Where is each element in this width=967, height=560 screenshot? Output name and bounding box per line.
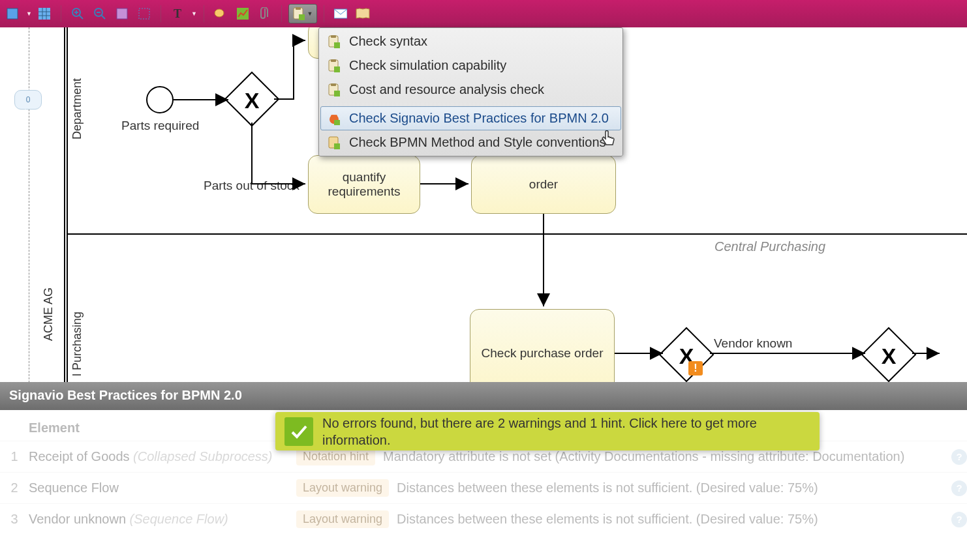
task-quantify-requirements[interactable]: quantify requirements (308, 155, 420, 214)
zoom-in-icon[interactable] (68, 4, 87, 23)
tool-align[interactable] (3, 4, 22, 23)
chart-icon[interactable] (233, 4, 253, 23)
pool-label: ACME AG (42, 275, 55, 353)
help-icon[interactable]: ? (951, 449, 967, 465)
row-message: Distances between these elements is not … (397, 480, 945, 495)
gateway-x-icon: X (882, 344, 897, 369)
book-icon (327, 136, 341, 150)
tag-notation-hint: Notation hint (296, 448, 375, 465)
lane-divider (67, 233, 967, 235)
svg-rect-1 (38, 8, 50, 20)
row-element: Vendor unknown (Sequence Flow) (29, 512, 296, 527)
tool-grid[interactable] (35, 4, 54, 23)
help-icon[interactable]: ? (951, 512, 967, 527)
lane2-label: l Purchasing (70, 301, 84, 382)
chevron-down-icon: ▼ (26, 10, 32, 17)
svg-rect-31 (334, 91, 340, 96)
menu-cost-resource[interactable]: Cost and resource analysis check (320, 78, 621, 102)
comment-icon[interactable] (211, 4, 230, 23)
checklist-dropdown[interactable]: ▼ (288, 4, 317, 23)
zoom-out-icon[interactable] (90, 4, 110, 23)
svg-point-33 (331, 115, 333, 117)
svg-rect-14 (296, 7, 301, 10)
warning-badge[interactable]: ! (688, 361, 703, 376)
clipboard-icon (327, 35, 341, 49)
row-message: Mandatory attribute is not set (Activity… (383, 449, 945, 464)
clipboard-icon (327, 59, 341, 73)
svg-rect-0 (7, 8, 18, 19)
svg-rect-30 (331, 83, 336, 86)
row-element: Receipt of Goods (Collapsed Subprocess) (29, 449, 296, 464)
row-number: 2 (0, 480, 29, 495)
menu-check-simulation[interactable]: Check simulation capability (320, 53, 621, 78)
chevron-down-icon: ▼ (191, 10, 197, 17)
mail-icon[interactable] (331, 4, 350, 23)
edge-label-vendor-known: Vendor known (714, 336, 792, 351)
svg-rect-25 (334, 42, 340, 48)
edge-label-out-of-stock: Parts out of stock (204, 179, 299, 193)
cursor-pointer-icon (600, 130, 616, 151)
svg-point-34 (335, 115, 337, 117)
row-number: 1 (0, 449, 29, 464)
svg-point-11 (215, 9, 224, 17)
svg-rect-35 (334, 120, 340, 125)
row-message: Distances between these elements is not … (397, 512, 945, 527)
clipboard-icon (327, 83, 341, 97)
gateway-x-icon: X (245, 88, 260, 113)
chevron-down-icon: ▼ (307, 10, 313, 17)
menu-divider (320, 104, 621, 104)
zoom-fit-icon[interactable] (112, 4, 132, 23)
svg-rect-37 (334, 143, 340, 149)
toolbar: ▼ T ▼ ▼ (0, 0, 967, 27)
start-event[interactable] (146, 86, 174, 113)
lane2-title: Central Purchasing (714, 239, 825, 254)
lane1-label: Department (70, 66, 84, 151)
menu-bpmn-method-style[interactable]: Check BPMN Method and Style conventions (320, 130, 621, 155)
separator (161, 5, 161, 22)
result-row[interactable]: 2 Sequence Flow Layout warning Distances… (0, 472, 967, 503)
svg-line-7 (101, 15, 105, 19)
attachment-icon[interactable] (255, 4, 275, 23)
separator (204, 5, 204, 22)
check-icon (284, 417, 313, 446)
notification-toast[interactable]: No errors found, but there are 2 warning… (275, 412, 820, 450)
menu-signavio-best-practices[interactable]: Check Signavio Best Practices for BPMN 2… (320, 106, 621, 130)
result-row[interactable]: 3 Vendor unknown (Sequence Flow) Layout … (0, 503, 967, 535)
start-event-label: Parts required (121, 119, 199, 133)
panel-header: Signavio Best Practices for BPMN 2.0 (0, 382, 967, 410)
task-order[interactable]: order (471, 155, 616, 214)
row-element: Sequence Flow (29, 480, 296, 495)
menu-check-syntax[interactable]: Check syntax (320, 29, 621, 53)
pool-border (29, 27, 42, 382)
separator (281, 5, 282, 22)
bug-icon (327, 111, 341, 126)
svg-rect-10 (139, 8, 149, 19)
svg-rect-15 (299, 14, 305, 20)
notification-text: No errors found, but there are 2 warning… (322, 415, 810, 449)
svg-rect-28 (334, 66, 340, 72)
row-number: 3 (0, 512, 29, 527)
svg-line-3 (79, 15, 83, 19)
tag-layout-warning: Layout warning (296, 479, 389, 497)
help-icon[interactable]: ? (951, 480, 967, 496)
checklist-menu: Check syntax Check simulation capability… (318, 27, 623, 156)
text-tool-icon[interactable]: T (168, 4, 187, 23)
zoom-region-icon[interactable] (134, 4, 154, 23)
separator (61, 5, 61, 22)
lane-header-sep (67, 27, 68, 382)
svg-rect-24 (331, 35, 336, 38)
pool-sep (64, 27, 65, 382)
svg-rect-27 (331, 59, 336, 62)
comments-bubble[interactable]: 0 (14, 90, 42, 110)
tag-layout-warning: Layout warning (296, 510, 389, 528)
svg-rect-9 (117, 8, 127, 19)
separator (324, 5, 324, 22)
task-check-purchase-order[interactable]: Check purchase order (470, 309, 615, 382)
book-icon[interactable] (353, 4, 373, 23)
